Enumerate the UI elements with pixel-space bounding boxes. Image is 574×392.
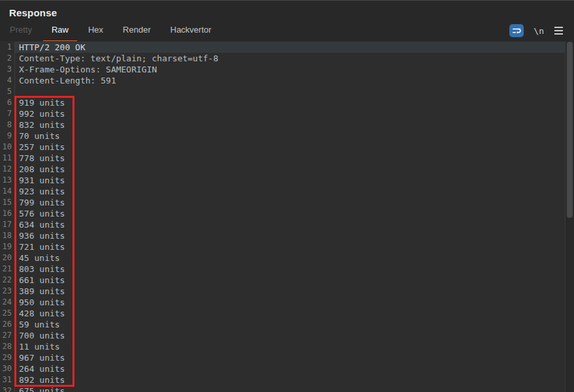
code-line: 18 936 units — [0, 230, 565, 241]
line-text: Content-Type: text/plain; charset=utf-8 — [14, 53, 565, 64]
line-number: 13 — [0, 175, 14, 186]
line-text: 967 units — [14, 352, 565, 363]
line-number: 23 — [0, 286, 14, 297]
line-number: 21 — [0, 264, 14, 275]
code-line: 10 257 units — [0, 142, 565, 153]
code-line: 19 721 units — [0, 241, 565, 252]
tab-label: Render — [123, 25, 151, 35]
line-text: 45 units — [14, 252, 565, 264]
line-text: Content-Length: 591 — [14, 75, 565, 86]
code-line: 5 — [0, 86, 565, 97]
code-line: 9 70 units — [0, 130, 565, 142]
line-number: 30 — [0, 363, 14, 374]
line-text: 634 units — [14, 219, 565, 230]
response-panel: Response Pretty Raw Hex Render Hackverto… — [0, 0, 574, 392]
code-line: 31 892 units — [0, 374, 565, 385]
line-number: 5 — [0, 86, 14, 97]
code-line: 20 45 units — [0, 252, 565, 264]
tab-label: Raw — [52, 25, 69, 35]
line-text: 936 units — [14, 230, 565, 241]
tabs: Pretty Raw Hex Render Hackvertor — [0, 25, 221, 42]
code-line: 21 803 units — [0, 264, 565, 275]
tab-hackvertor[interactable]: Hackvertor — [162, 25, 220, 42]
code-lines: 1 HTTP/2 200 OK 2 Content-Type: text/pla… — [0, 41, 565, 392]
code-line: 7 992 units — [0, 108, 565, 119]
code-line: 32 675 units — [0, 385, 565, 392]
line-text: 661 units — [14, 275, 565, 286]
code-line: 27 700 units — [0, 330, 565, 341]
show-newlines-toggle[interactable]: \n — [534, 26, 544, 36]
code-line: 29 967 units — [0, 352, 565, 363]
hamburger-menu-icon[interactable] — [554, 25, 564, 37]
line-text: HTTP/2 200 OK — [14, 42, 565, 53]
line-text: 576 units — [14, 208, 565, 219]
code-line: 28 11 units — [0, 341, 565, 352]
line-text: 675 units — [14, 385, 565, 392]
code-line: 12 208 units — [0, 164, 565, 175]
code-line: 25 428 units — [0, 308, 565, 319]
line-text: 257 units — [14, 142, 565, 153]
code-line: 3 X-Frame-Options: SAMEORIGIN — [0, 64, 565, 75]
line-number: 20 — [0, 252, 14, 264]
line-number: 1 — [0, 42, 14, 53]
line-text: 264 units — [14, 363, 565, 374]
tab-render[interactable]: Render — [114, 25, 159, 42]
line-text: 721 units — [14, 241, 565, 252]
tab-label: Hackvertor — [170, 25, 212, 35]
line-text: 778 units — [14, 153, 565, 164]
line-number: 32 — [0, 385, 14, 392]
scrollbar-thumb[interactable] — [567, 42, 573, 218]
panel-header: Response Pretty Raw Hex Render Hackverto… — [0, 1, 574, 41]
line-number: 8 — [0, 119, 14, 130]
code-line: 22 661 units — [0, 275, 565, 286]
line-number: 16 — [0, 208, 14, 219]
tab-bar: Pretty Raw Hex Render Hackvertor — [0, 24, 574, 42]
code-line: 14 923 units — [0, 186, 565, 197]
code-line: 26 59 units — [0, 319, 565, 330]
tab-hex[interactable]: Hex — [80, 25, 112, 42]
word-wrap-icon — [511, 26, 522, 36]
editor-toolbar: \n — [509, 24, 574, 42]
line-number: 28 — [0, 341, 14, 352]
line-text: X-Frame-Options: SAMEORIGIN — [14, 64, 565, 75]
line-number: 29 — [0, 352, 14, 363]
code-line: 23 389 units — [0, 286, 565, 297]
line-text: 931 units — [14, 175, 565, 186]
line-text: 389 units — [14, 286, 565, 297]
panel-title: Response — [0, 1, 574, 18]
line-number: 14 — [0, 186, 14, 197]
line-text: 700 units — [14, 330, 565, 341]
line-number: 17 — [0, 219, 14, 230]
line-number: 4 — [0, 75, 14, 86]
response-editor[interactable]: 1 HTTP/2 200 OK 2 Content-Type: text/pla… — [0, 41, 574, 392]
line-text: 923 units — [14, 186, 565, 197]
tab-pretty[interactable]: Pretty — [1, 25, 40, 42]
line-number: 26 — [0, 319, 14, 330]
code-line: 8 832 units — [0, 119, 565, 130]
line-number: 12 — [0, 164, 14, 175]
line-text: 59 units — [14, 319, 565, 330]
line-text: 832 units — [14, 119, 565, 130]
code-line: 24 950 units — [0, 297, 565, 308]
line-number: 11 — [0, 153, 14, 164]
line-number: 15 — [0, 197, 14, 208]
code-line: 2 Content-Type: text/plain; charset=utf-… — [0, 53, 565, 64]
line-number: 22 — [0, 275, 14, 286]
line-text: 428 units — [14, 308, 565, 319]
tab-label: Pretty — [10, 25, 32, 35]
word-wrap-toggle-button[interactable] — [509, 24, 524, 37]
code-line: 15 799 units — [0, 197, 565, 208]
line-text — [14, 86, 565, 97]
line-number: 25 — [0, 308, 14, 319]
line-number: 2 — [0, 53, 14, 64]
code-line: 11 778 units — [0, 153, 565, 164]
line-text: 919 units — [14, 97, 565, 108]
line-text: 11 units — [14, 341, 565, 352]
editor-scrollbar[interactable] — [565, 41, 574, 392]
line-text: 892 units — [14, 374, 565, 385]
code-line: 6 919 units — [0, 97, 565, 108]
line-number: 19 — [0, 241, 14, 252]
line-text: 803 units — [14, 264, 565, 275]
line-text: 70 units — [14, 130, 565, 142]
tab-raw[interactable]: Raw — [43, 25, 77, 42]
